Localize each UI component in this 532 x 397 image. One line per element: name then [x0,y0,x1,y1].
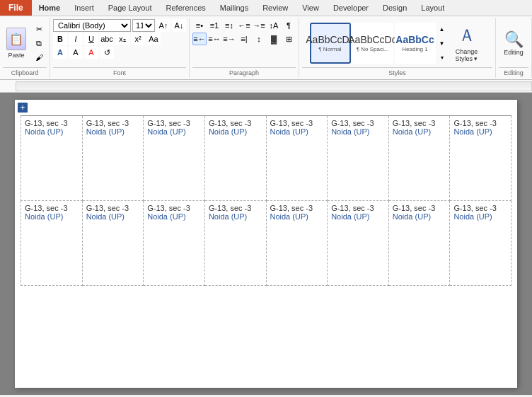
styles-arrow-down[interactable]: ▼ [439,40,446,47]
cell-line1: G-13, sec -3 [25,119,79,127]
style-normal[interactable]: AaBbCcDc ¶ Normal [310,23,351,64]
decrease-indent-button[interactable]: ←≡ [237,19,251,32]
cell-line2: Noida (UP) [270,212,324,221]
cell-line2: Noida (UP) [393,127,446,136]
clipboard-group: 📋 Paste ✂ ⧉ 🖌 Clipboard [0,18,50,78]
justify-button[interactable]: ≡| [237,33,251,45]
table-cell[interactable]: G-13, sec -3Noida (UP) [450,116,511,201]
file-tab[interactable]: File [0,0,32,16]
table-cell[interactable]: G-13, sec -3Noida (UP) [388,116,450,201]
tab-insert[interactable]: Insert [67,0,101,16]
align-right-button[interactable]: ≡→ [222,33,236,45]
style-heading1-label: Heading 1 [402,46,427,52]
numbering-button[interactable]: ≡1 [207,19,221,32]
strikethrough-button[interactable]: abc [100,33,114,45]
cell-line2: Noida (UP) [209,212,262,221]
align-center-button[interactable]: ≡↔ [207,33,221,45]
font-color-button[interactable]: A [84,46,98,59]
table-row: G-13, sec -3Noida (UP)G-13, sec -3Noida … [21,116,511,201]
line-spacing-button[interactable]: ↕ [252,33,266,45]
clipboard-group-content: 📋 Paste ✂ ⧉ 🖌 [3,19,47,67]
document-area[interactable]: + G-13, sec -3Noida (UP)G-13, sec -3Noid… [0,93,532,395]
editing-button[interactable]: 🔍 Editing [499,22,528,64]
table-cell[interactable]: G-13, sec -3Noida (UP) [328,116,389,201]
text-effects-button[interactable]: A [53,46,67,59]
subscript-button[interactable]: x₂ [115,33,129,45]
table-cell[interactable]: G-13, sec -3Noida (UP) [21,201,83,286]
table-cell[interactable]: G-13, sec -3Noida (UP) [82,201,144,286]
tab-design[interactable]: Design [376,0,414,16]
cell-line1: G-13, sec -3 [209,204,262,212]
style-no-spacing-label: ¶ No Spaci... [357,46,389,52]
bullets-button[interactable]: ≡• [192,19,207,32]
table-cell[interactable]: G-13, sec -3Noida (UP) [204,201,266,286]
table-cell[interactable]: G-13, sec -3Noida (UP) [266,116,328,201]
style-heading1-preview: AaBbCc [395,35,434,45]
table-cell[interactable]: G-13, sec -3Noida (UP) [266,201,328,286]
cell-line1: G-13, sec -3 [331,204,385,212]
paste-icon: 📋 [6,28,26,50]
paste-button[interactable]: 📋 Paste [3,23,30,64]
cell-line1: G-13, sec -3 [393,204,446,212]
sort-button[interactable]: ↕A [267,19,281,32]
bold-button[interactable]: B [53,33,67,45]
format-painter-button[interactable]: 🖌 [31,51,47,64]
shading-button[interactable]: ▓ [267,33,281,45]
font-size-selector[interactable]: 11 [132,19,155,32]
italic-button[interactable]: I [69,33,83,45]
tab-page-layout[interactable]: Page Layout [101,0,159,16]
styles-expand-arrow[interactable]: ▾ [439,54,446,61]
show-paragraph-button[interactable]: ¶ [282,19,296,32]
increase-indent-button[interactable]: →≡ [252,19,266,32]
shrink-font-button[interactable]: A↓ [172,19,186,32]
text-highlight-button[interactable]: A [69,46,83,59]
table-cell[interactable]: G-13, sec -3Noida (UP) [21,116,83,201]
style-normal-preview: AaBbCcDc [306,35,354,45]
tab-references[interactable]: References [159,0,213,16]
style-no-spacing[interactable]: AaBbCcDc ¶ No Spaci... [352,23,393,64]
multilevel-button[interactable]: ≡↕ [222,19,236,32]
cut-button[interactable]: ✂ [31,23,47,35]
add-row-icon[interactable]: + [18,103,28,113]
tab-review[interactable]: Review [255,0,295,16]
superscript-button[interactable]: x² [131,33,145,45]
table-cell[interactable]: G-13, sec -3Noida (UP) [144,116,205,201]
underline-button[interactable]: U [84,33,98,45]
styles-scroll-arrow[interactable]: ▲ ▼ ▾ [437,22,447,64]
table-cell[interactable]: G-13, sec -3Noida (UP) [388,201,450,286]
clear-formatting-button[interactable]: ↺ [100,46,114,59]
tab-developer[interactable]: Developer [326,0,376,16]
font-family-selector[interactable]: Calibri (Body) [53,19,131,32]
font-row-3: A A A ↺ [53,46,114,59]
align-left-button[interactable]: ≡← [192,33,207,45]
change-styles-button[interactable]: Ａ ChangeStyles ▾ [449,22,485,64]
tab-view[interactable]: View [295,0,326,16]
change-case-button[interactable]: Aa [146,33,161,45]
font-group-label: Font [53,67,186,76]
clipboard-group-label: Clipboard [3,67,47,76]
table-cell[interactable]: G-13, sec -3Noida (UP) [450,201,511,286]
table-cell[interactable]: G-13, sec -3Noida (UP) [82,116,144,201]
cell-line2: Noida (UP) [86,127,140,136]
tab-home[interactable]: Home [32,0,68,16]
editing-group-content: 🔍 Editing [499,19,528,67]
grow-font-button[interactable]: A↑ [156,19,170,32]
copy-button[interactable]: ⧉ [31,37,47,50]
cell-line1: G-13, sec -3 [147,204,201,212]
borders-button[interactable]: ⊞ [282,33,296,45]
font-group-content: Calibri (Body) 11 A↑ A↓ B I U abc x₂ x² … [53,19,186,67]
paragraph-group: ≡• ≡1 ≡↕ ←≡ →≡ ↕A ¶ ≡← ≡↔ ≡→ ≡| ↕ ▓ ⊞ Pa… [190,18,299,78]
tab-layout[interactable]: Layout [414,0,451,16]
table-cell[interactable]: G-13, sec -3Noida (UP) [328,201,389,286]
table-cell[interactable]: G-13, sec -3Noida (UP) [204,116,266,201]
cell-line1: G-13, sec -3 [331,119,385,127]
cell-line1: G-13, sec -3 [453,119,507,127]
style-heading1[interactable]: AaBbCc Heading 1 [395,23,436,64]
tab-mailings[interactable]: Mailings [213,0,255,16]
cell-line1: G-13, sec -3 [147,119,201,127]
ruler [0,80,532,93]
styles-arrow-up[interactable]: ▲ [439,25,446,33]
cell-line1: G-13, sec -3 [453,204,507,212]
editing-label: Editing [504,49,524,56]
table-cell[interactable]: G-13, sec -3Noida (UP) [144,201,205,286]
